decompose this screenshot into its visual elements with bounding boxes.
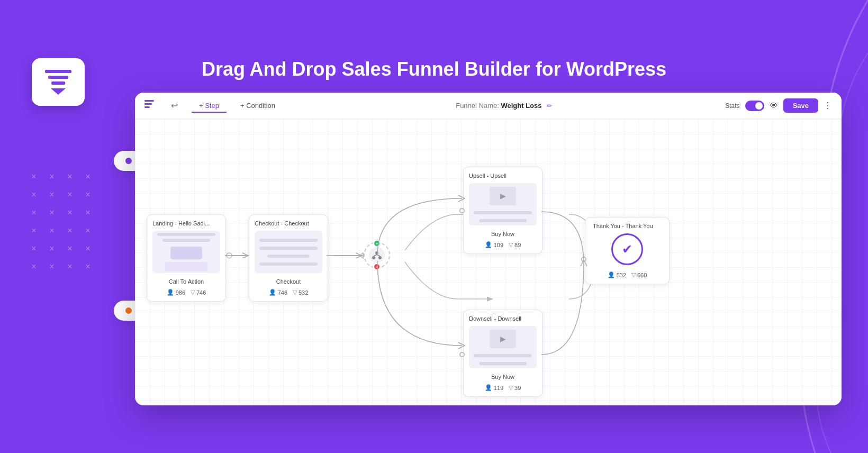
checkout-action-label: Checkout <box>255 276 322 287</box>
downsell-preview: ▶ <box>469 326 537 368</box>
checkout-node-title: Checkout - Checkout <box>255 220 322 226</box>
more-options-button[interactable]: ⋮ <box>824 101 832 111</box>
checkout-stats: 👤 746 ▽ 532 <box>255 287 322 296</box>
upsell-preview: ▶ <box>469 183 537 225</box>
upsell-video-icon: ▶ <box>490 187 516 205</box>
page-title: Drag And Drop Sales Funnel Builder for W… <box>0 58 868 80</box>
arrow-landing-checkout <box>225 250 252 261</box>
landing-preview <box>152 231 220 273</box>
downsell-views-icon: 👤 <box>485 384 492 391</box>
edit-funnel-name-icon[interactable]: ✏ <box>547 102 552 110</box>
toolbar-right-actions: Stats 👁 Save ⋮ <box>725 98 832 113</box>
analytics-dot <box>125 158 132 164</box>
curve-downsell-thankyou <box>541 257 594 363</box>
arrow-checkout-decision <box>327 250 370 261</box>
landing-views-icon: 👤 <box>167 289 174 296</box>
checkout-preview <box>255 231 322 273</box>
thankyou-views-icon: 👤 <box>608 271 615 278</box>
landing-node-title: Landing - Hello Sadi... <box>152 220 220 226</box>
add-condition-button[interactable]: + Condition <box>233 98 283 113</box>
upsell-views-icon: 👤 <box>485 241 492 248</box>
svg-rect-0 <box>144 100 154 102</box>
thankyou-check-icon: ✔ <box>611 233 643 265</box>
downsell-video-icon: ▶ <box>490 330 516 348</box>
upsell-conv-icon: ▽ <box>509 241 513 248</box>
downsell-conv-icon: ▽ <box>509 384 513 391</box>
thankyou-node-title: Thank You - Thank You <box>593 223 662 229</box>
stats-toggle[interactable] <box>745 101 764 111</box>
downsell-node[interactable]: Downsell - Downsell ▶ Buy Now 👤 119 ▽ 39 <box>463 310 542 397</box>
checkout-views-icon: 👤 <box>269 289 276 296</box>
toolbar: ↩ + Step + Condition Funnel Name: Weight… <box>135 93 842 119</box>
landing-node[interactable]: Landing - Hello Sadi... Call To Action 👤… <box>147 214 226 302</box>
downsell-node-title: Downsell - Downsell <box>469 315 537 322</box>
checkout-conv-icon: ▽ <box>293 289 297 296</box>
upsell-stats: 👤 109 ▽ 89 <box>469 239 537 248</box>
downsell-stats: 👤 119 ▽ 39 <box>469 382 537 391</box>
thankyou-node[interactable]: Thank You - Thank You ✔ 👤 532 ▽ 660 <box>585 217 670 284</box>
add-step-button[interactable]: + Step <box>192 98 227 113</box>
funnel-canvas-container: ↩ + Step + Condition Funnel Name: Weight… <box>135 93 842 405</box>
save-button[interactable]: Save <box>783 98 818 113</box>
funnel-name-display: Funnel Name: Weight Loss ✏ <box>289 102 719 110</box>
thankyou-conv-icon: ▽ <box>631 271 636 278</box>
svg-rect-2 <box>144 106 150 108</box>
landing-action-label: Call To Action <box>152 276 220 287</box>
landing-stats: 👤 986 ▽ 746 <box>152 287 220 296</box>
cross-pattern-left: ×××× ×××× ×××× ×××× ×××× ×××× <box>26 169 95 274</box>
upsell-node[interactable]: Upsell - Upsell ▶ Buy Now 👤 109 ▽ 89 <box>463 167 542 254</box>
upsell-downsell-dot <box>125 307 132 314</box>
upsell-action-label: Buy Now <box>469 229 537 239</box>
checkout-node[interactable]: Checkout - Checkout Checkout 👤 746 ▽ 532 <box>249 214 328 302</box>
svg-rect-1 <box>144 103 152 105</box>
undo-button[interactable]: ↩ <box>164 97 185 114</box>
curve-decision-upsell <box>372 188 467 262</box>
funnel-canvas[interactable]: Landing - Hello Sadi... Call To Action 👤… <box>135 119 842 405</box>
curve-decision-downsell <box>372 256 467 361</box>
upsell-node-title: Upsell - Upsell <box>469 173 537 179</box>
thankyou-stats: 👤 532 ▽ 660 <box>593 269 662 278</box>
preview-button[interactable]: 👁 <box>770 101 778 111</box>
downsell-action-label: Buy Now <box>469 372 537 382</box>
landing-conv-icon: ▽ <box>191 289 195 296</box>
toolbar-logo-icon <box>144 100 154 111</box>
